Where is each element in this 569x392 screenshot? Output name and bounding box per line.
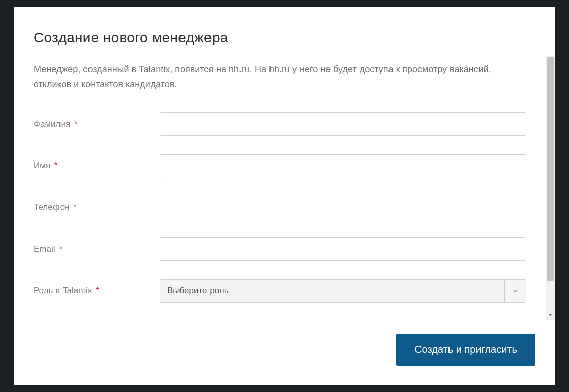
form-row-role: Роль в Talantix * Выберите роль xyxy=(34,279,526,303)
phone-input[interactable] xyxy=(160,196,526,219)
required-asterisk: * xyxy=(54,161,58,170)
required-asterisk: * xyxy=(96,286,99,295)
role-select-value: Выберите роль xyxy=(160,280,504,302)
modal-footer: Создать и пригласить xyxy=(14,320,555,385)
lastname-input[interactable] xyxy=(160,112,526,136)
modal-header: Создание нового менеджера xyxy=(14,7,555,56)
form-row-email: Email * xyxy=(34,237,526,261)
modal-body-wrapper: Менеджер, созданный в Talantix, появится… xyxy=(14,56,555,320)
label-email-text: Email xyxy=(34,244,55,254)
modal-title: Создание нового менеджера xyxy=(34,29,535,46)
role-select-toggle[interactable] xyxy=(504,280,526,302)
label-phone-text: Телефон xyxy=(34,202,70,212)
create-and-invite-button[interactable]: Создать и пригласить xyxy=(396,334,535,366)
label-email: Email * xyxy=(34,244,160,254)
form-row-phone: Телефон * xyxy=(34,196,526,219)
modal-description: Менеджер, созданный в Talantix, появится… xyxy=(34,62,526,92)
form-row-firstname: Имя * xyxy=(34,154,526,177)
required-asterisk: * xyxy=(73,202,77,212)
email-input[interactable] xyxy=(160,237,526,261)
label-firstname: Имя * xyxy=(34,161,160,171)
label-phone: Телефон * xyxy=(34,202,160,213)
firstname-input[interactable] xyxy=(160,154,526,177)
required-asterisk: * xyxy=(74,119,78,129)
chevron-down-icon xyxy=(548,313,553,318)
scrollbar-thumb[interactable] xyxy=(547,57,554,281)
form-row-lastname: Фамилия * xyxy=(34,112,526,136)
label-lastname: Фамилия * xyxy=(34,119,160,129)
create-manager-modal: Создание нового менеджера Менеджер, созд… xyxy=(14,7,555,385)
scrollbar-down-button[interactable] xyxy=(547,311,554,319)
label-role: Роль в Talantix * xyxy=(34,286,160,296)
chevron-down-icon xyxy=(513,288,518,294)
label-firstname-text: Имя xyxy=(34,161,50,170)
role-select[interactable]: Выберите роль xyxy=(160,279,526,303)
required-asterisk: * xyxy=(59,244,63,254)
scrollbar-track[interactable] xyxy=(546,56,555,320)
label-role-text: Роль в Talantix xyxy=(34,286,92,295)
modal-body: Менеджер, созданный в Talantix, появится… xyxy=(14,56,546,320)
label-lastname-text: Фамилия xyxy=(34,119,70,129)
